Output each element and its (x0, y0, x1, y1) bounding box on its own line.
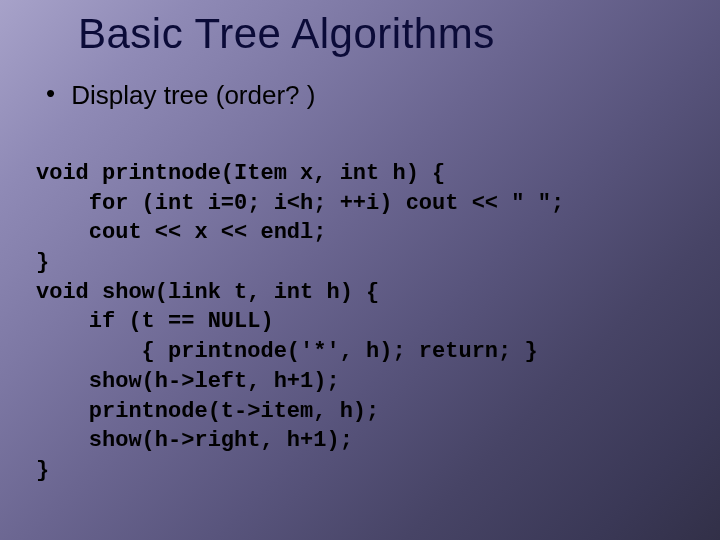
code-line: } (36, 250, 49, 275)
code-line: if (t == NULL) (36, 309, 274, 334)
code-line: for (int i=0; i<h; ++i) cout << " "; (36, 191, 564, 216)
code-line: } (36, 458, 49, 483)
code-line: void printnode(Item x, int h) { (36, 161, 445, 186)
code-line: { printnode('*', h); return; } (36, 339, 538, 364)
code-line: show(h->right, h+1); (36, 428, 353, 453)
code-block: void printnode(Item x, int h) { for (int… (0, 111, 720, 486)
code-line: show(h->left, h+1); (36, 369, 340, 394)
code-line: cout << x << endl; (36, 220, 326, 245)
bullet-text: Display tree (order? ) (71, 80, 315, 111)
bullet-item: • Display tree (order? ) (0, 62, 720, 111)
code-line: printnode(t->item, h); (36, 399, 379, 424)
bullet-marker: • (46, 80, 64, 106)
slide-title: Basic Tree Algorithms (0, 0, 720, 62)
code-line: void show(link t, int h) { (36, 280, 379, 305)
